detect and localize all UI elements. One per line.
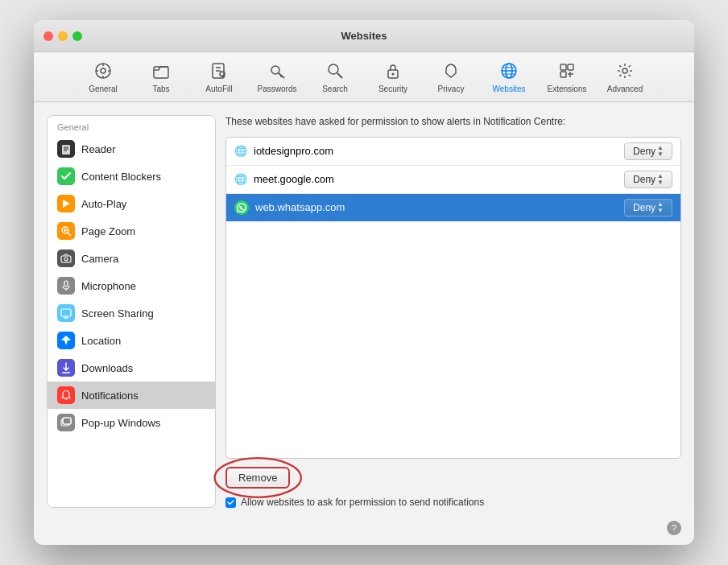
svg-rect-24	[568, 64, 573, 70]
toolbar: General Tabs AutoFill Passwords Search	[34, 52, 694, 102]
privacy-icon	[442, 62, 460, 83]
microphone-icon	[57, 277, 75, 295]
arrows-icon: ▲▼	[657, 173, 664, 186]
page-zoom-icon	[57, 222, 75, 240]
downloads-label: Downloads	[81, 362, 133, 374]
svg-rect-40	[61, 309, 71, 316]
toolbar-item-passwords[interactable]: Passwords	[250, 59, 304, 97]
svg-marker-31	[63, 200, 70, 208]
extensions-label: Extensions	[548, 85, 587, 93]
sidebar-item-camera[interactable]: Camera	[48, 245, 215, 272]
toolbar-item-search[interactable]: Search	[308, 59, 362, 97]
auto-play-label: Auto-Play	[81, 198, 126, 210]
toolbar-item-websites[interactable]: Websites	[482, 59, 536, 97]
remove-button[interactable]: Remove	[225, 467, 290, 489]
advanced-label: Advanced	[607, 85, 643, 93]
general-label: General	[89, 85, 118, 93]
toolbar-item-advanced[interactable]: Advanced	[598, 59, 652, 97]
sidebar-item-popup-windows[interactable]: Pop-up Windows	[48, 409, 215, 436]
row-control: Deny ▲▼	[624, 199, 672, 217]
location-label: Location	[81, 335, 121, 347]
toolbar-item-security[interactable]: Security	[366, 59, 420, 97]
allow-checkbox[interactable]	[225, 497, 236, 508]
svg-rect-6	[154, 67, 168, 78]
tabs-label: Tabs	[152, 85, 169, 93]
globe-icon: 🌐	[234, 145, 247, 157]
reader-icon	[57, 140, 75, 158]
svg-rect-27	[62, 145, 70, 155]
table-row[interactable]: 🌐 meet.google.com Deny ▲▼	[226, 166, 680, 194]
sidebar-item-screen-sharing[interactable]: Screen Sharing	[48, 299, 215, 327]
security-label: Security	[378, 85, 407, 93]
passwords-label: Passwords	[258, 85, 297, 93]
sidebar-item-reader[interactable]: Reader	[48, 135, 215, 163]
sidebar-item-microphone[interactable]: Microphone	[48, 272, 215, 299]
row-control: Deny ▲▼	[624, 142, 672, 160]
deny-button-selected[interactable]: Deny ▲▼	[624, 199, 672, 217]
toolbar-item-autofill[interactable]: AutoFill	[192, 59, 246, 97]
svg-line-33	[68, 233, 71, 236]
whatsapp-icon	[234, 200, 249, 215]
svg-point-11	[271, 66, 279, 74]
websites-table: 🌐 iotdesignpro.com Deny ▲▼ 🌐 meet.google…	[225, 137, 681, 459]
screen-sharing-icon	[57, 304, 75, 322]
sidebar-item-downloads[interactable]: Downloads	[48, 354, 215, 381]
svg-line-15	[337, 73, 342, 78]
table-row[interactable]: web.whatsapp.com Deny ▲▼	[226, 194, 680, 221]
globe-icon: 🌐	[234, 173, 247, 185]
security-icon	[384, 62, 402, 83]
advanced-icon	[616, 62, 634, 83]
screen-sharing-label: Screen Sharing	[81, 307, 154, 320]
toolbar-item-general[interactable]: General	[76, 59, 130, 97]
search-icon	[326, 62, 344, 83]
help-label: ?	[672, 523, 676, 533]
sidebar-item-content-blockers[interactable]: Content Blockers	[48, 163, 215, 190]
minimize-button[interactable]	[58, 31, 68, 41]
svg-rect-23	[560, 64, 566, 70]
toolbar-item-tabs[interactable]: Tabs	[134, 59, 188, 97]
maximize-button[interactable]	[72, 31, 82, 41]
deny-button[interactable]: Deny ▲▼	[624, 171, 672, 188]
deny-label: Deny	[633, 146, 656, 157]
allow-checkbox-label: Allow websites to ask for permission to …	[241, 497, 484, 508]
window-controls	[43, 31, 82, 41]
panel-description: These websites have asked for permission…	[225, 115, 681, 129]
microphone-label: Microphone	[81, 280, 136, 292]
sidebar-item-page-zoom[interactable]: Page Zoom	[48, 217, 215, 245]
svg-point-47	[215, 458, 301, 497]
bottom-bar: Remove	[225, 467, 681, 489]
extensions-icon	[558, 62, 576, 83]
help-button[interactable]: ?	[667, 521, 681, 535]
sidebar-section-general: General	[48, 116, 215, 135]
privacy-label: Privacy	[438, 85, 465, 93]
svg-rect-45	[63, 418, 71, 424]
svg-point-26	[623, 68, 627, 73]
location-icon	[57, 332, 75, 349]
sidebar-item-location[interactable]: Location	[48, 327, 215, 354]
titlebar: Websites	[34, 20, 694, 52]
svg-rect-38	[64, 281, 68, 287]
close-button[interactable]	[43, 31, 53, 41]
toolbar-item-extensions[interactable]: Extensions	[540, 59, 594, 97]
remove-circle-annotation	[221, 462, 295, 493]
toolbar-item-privacy[interactable]: Privacy	[424, 59, 478, 97]
domain-text: meet.google.com	[254, 173, 624, 185]
content-area: General Reader Content Blockers Auto-Pla…	[34, 102, 694, 521]
page-zoom-label: Page Zoom	[81, 225, 135, 237]
camera-icon	[57, 250, 75, 267]
checkbox-row[interactable]: Allow websites to ask for permission to …	[225, 497, 681, 508]
autofill-icon	[210, 62, 228, 83]
notifications-label: Notifications	[81, 390, 139, 402]
deny-button[interactable]: Deny ▲▼	[624, 142, 672, 160]
search-label: Search	[322, 85, 348, 93]
svg-point-37	[64, 258, 68, 261]
popup-icon	[57, 414, 75, 431]
domain-text: iotdesignpro.com	[254, 145, 624, 157]
reader-label: Reader	[81, 143, 116, 155]
sidebar-item-auto-play[interactable]: Auto-Play	[48, 190, 215, 217]
svg-point-1	[101, 68, 105, 73]
websites-label: Websites	[493, 85, 526, 93]
sidebar-item-notifications[interactable]: Notifications	[48, 381, 215, 409]
table-row[interactable]: 🌐 iotdesignpro.com Deny ▲▼	[226, 138, 680, 166]
content-blockers-icon	[57, 167, 75, 185]
